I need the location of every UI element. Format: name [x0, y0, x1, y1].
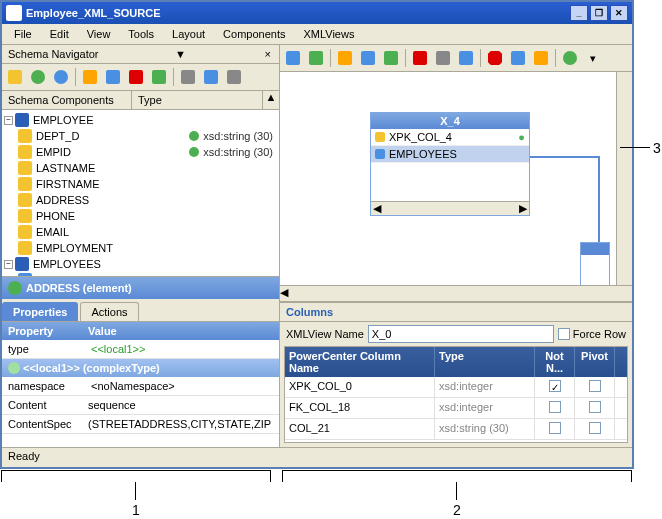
cell-pivot[interactable]	[575, 419, 615, 439]
toolbar-button[interactable]	[380, 47, 402, 69]
gold-icon	[18, 193, 32, 207]
schema-tree[interactable]: −EMPLOYEEDEPT_Dxsd:string (30)EMPIDxsd:s…	[2, 110, 279, 277]
property-row[interactable]: namespace <noNamespace>	[2, 377, 279, 396]
canvas-vertical-scrollbar[interactable]	[616, 72, 632, 285]
schema-navigator-panel: Schema Navigator ▼ ×	[2, 45, 280, 447]
checkbox-icon	[549, 380, 561, 392]
cell-notnull[interactable]	[535, 419, 575, 439]
menu-xmlviews[interactable]: XMLViews	[295, 26, 362, 42]
toolbar-button[interactable]	[484, 47, 506, 69]
tab-actions[interactable]: Actions	[80, 302, 138, 321]
toolbar-button[interactable]	[305, 47, 327, 69]
toolbar-button[interactable]	[50, 66, 72, 88]
toolbar-button[interactable]	[200, 66, 222, 88]
tab-properties[interactable]: Properties	[2, 302, 78, 321]
toolbar-button[interactable]	[125, 66, 147, 88]
col-name-header[interactable]: PowerCenter Column Name	[285, 347, 435, 377]
property-row[interactable]: Content sequence	[2, 396, 279, 415]
zoom-button[interactable]	[559, 47, 581, 69]
separator	[330, 49, 331, 67]
tree-col-components[interactable]: Schema Components	[2, 91, 132, 109]
col-type-header[interactable]: Type	[435, 347, 535, 377]
panel-close-icon[interactable]: ×	[263, 48, 273, 60]
entity-row[interactable]: EMPLOYEES	[371, 146, 529, 163]
element-icon	[375, 149, 385, 159]
menu-file[interactable]: File	[6, 26, 40, 42]
toolbar-button[interactable]	[334, 47, 356, 69]
zoom-dropdown[interactable]: ▾	[582, 47, 604, 69]
toolbar-button[interactable]	[4, 66, 26, 88]
tree-node[interactable]: −EMPLOYEES	[2, 256, 279, 272]
toolbar-button[interactable]	[432, 47, 454, 69]
restore-button[interactable]: ❐	[590, 5, 608, 21]
menu-edit[interactable]: Edit	[42, 26, 77, 42]
menu-tools[interactable]: Tools	[120, 26, 162, 42]
entity-row[interactable]: XPK_COL_4 ●	[371, 129, 529, 146]
toolbar-button[interactable]	[223, 66, 245, 88]
cell-pivot[interactable]	[575, 398, 615, 418]
gold-icon	[18, 209, 32, 223]
checkbox-icon	[589, 401, 601, 413]
toolbar-button[interactable]	[409, 47, 431, 69]
tree-node[interactable]: PHONE	[2, 208, 279, 224]
toolbar-button[interactable]	[530, 47, 552, 69]
menu-layout[interactable]: Layout	[164, 26, 213, 42]
entity-x4[interactable]: X_4 XPK_COL_4 ● EMPLOYEES	[370, 112, 530, 216]
tree-col-type[interactable]: Type	[132, 91, 263, 109]
tree-node[interactable]: FIRSTNAME	[2, 176, 279, 192]
menu-components[interactable]: Components	[215, 26, 293, 42]
canvas-horizontal-scrollbar[interactable]: ◀	[280, 285, 632, 301]
schema-navigator-header: Schema Navigator ▼ ×	[2, 45, 279, 64]
main-area: Schema Navigator ▼ ×	[2, 45, 632, 447]
cell-pivot[interactable]	[575, 377, 615, 397]
toolbar-button[interactable]	[148, 66, 170, 88]
tree-scroll-up-icon[interactable]: ▲	[263, 91, 279, 109]
toolbar-button[interactable]	[102, 66, 124, 88]
col-property: Property	[2, 322, 82, 340]
scroll-right-icon[interactable]: ▶	[519, 202, 527, 215]
toolbar-button[interactable]	[455, 47, 477, 69]
toolbar-button[interactable]	[507, 47, 529, 69]
property-row[interactable]: ContentSpec (STREETADDRESS,CITY,STATE,ZI…	[2, 415, 279, 434]
tree-node[interactable]: EMAIL	[2, 224, 279, 240]
minimize-button[interactable]: _	[570, 5, 588, 21]
toolbar-button[interactable]	[357, 47, 379, 69]
tree-node-type: xsd:string (30)	[203, 130, 273, 142]
separator	[75, 68, 76, 86]
cell-notnull[interactable]	[535, 377, 575, 397]
force-row-checkbox[interactable]: Force Row	[558, 328, 626, 340]
toolbar-button[interactable]	[27, 66, 49, 88]
expand-icon[interactable]: −	[4, 260, 13, 269]
tree-node-label: EMAIL	[36, 226, 69, 238]
cell-notnull[interactable]	[535, 398, 575, 418]
property-row[interactable]: type <<local1>>	[2, 340, 279, 359]
table-row[interactable]: XPK_COL_0xsd:integer	[285, 377, 627, 398]
toolbar-button[interactable]	[79, 66, 101, 88]
table-row[interactable]: FK_COL_18xsd:integer	[285, 398, 627, 419]
tree-node[interactable]: −EMPLOYEE	[2, 112, 279, 128]
checkbox-icon	[589, 380, 601, 392]
xmlview-name-input[interactable]	[368, 325, 554, 343]
close-button[interactable]: ✕	[610, 5, 628, 21]
tree-node[interactable]: DEPT_Dxsd:string (30)	[2, 128, 279, 144]
expand-icon[interactable]: −	[4, 116, 13, 125]
col-notnull-header[interactable]: Not N...	[535, 347, 575, 377]
menu-view[interactable]: View	[79, 26, 119, 42]
tree-node[interactable]: EMPLOYMENT	[2, 240, 279, 256]
entity-scrollbar[interactable]: ◀ ▶	[371, 201, 529, 215]
checkbox-icon	[549, 401, 561, 413]
table-row[interactable]: COL_21xsd:string (30)	[285, 419, 627, 440]
col-pivot-header[interactable]: Pivot	[575, 347, 615, 377]
tree-node[interactable]: LASTNAME	[2, 160, 279, 176]
tree-node[interactable]: EMPIDxsd:string (30)	[2, 144, 279, 160]
toolbar-button[interactable]	[282, 47, 304, 69]
panel-dropdown-icon[interactable]: ▼	[173, 48, 188, 60]
window-title: Employee_XML_SOURCE	[26, 7, 160, 19]
tree-node[interactable]: ADDRESS	[2, 192, 279, 208]
diagram-canvas[interactable]: X_4 XPK_COL_4 ● EMPLOYEES	[280, 72, 632, 302]
columns-title: Columns	[280, 303, 632, 322]
statusbar: Ready	[2, 447, 632, 467]
scroll-left-icon[interactable]: ◀	[373, 202, 381, 215]
toolbar-button[interactable]	[177, 66, 199, 88]
scroll-left-icon[interactable]: ◀	[280, 286, 288, 299]
